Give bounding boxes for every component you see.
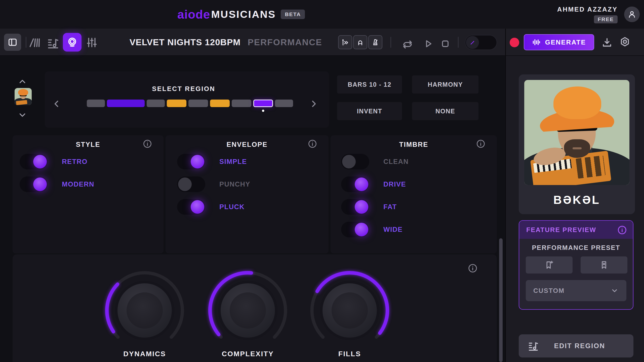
region-segment[interactable] [167,100,186,107]
preset-dropdown[interactable]: CUSTOM [526,280,626,301]
toggle-knob [33,177,47,191]
arrangement-icon [46,36,60,50]
toggle-clean[interactable]: CLEAN [341,154,409,169]
brand-logo: aiode MUSICIANS BETA [177,0,305,29]
info-icon[interactable] [142,139,152,149]
feature-preview-title: FEATURE PREVIEW [526,226,596,234]
strings-view-button[interactable] [28,36,41,49]
toggle-knob [355,200,368,214]
info-icon[interactable] [307,139,317,149]
magnet-icon [356,38,365,47]
settings-icon [619,36,631,48]
region-segment-selected[interactable] [253,100,273,107]
info-icon[interactable] [467,263,478,274]
user-avatar-button[interactable] [624,7,640,22]
fills-knob[interactable] [304,265,395,356]
snap-magnet-button[interactable] [353,35,367,49]
stop-icon [440,38,451,49]
toggle-modern[interactable]: MODERN [20,176,94,192]
region-segment[interactable] [275,100,293,107]
toggle-wide[interactable]: WIDE [341,222,403,237]
toggle-knob [33,155,47,168]
download-icon [601,37,613,48]
view-mode-label: PERFORMANCE [248,37,322,47]
bookmark-remove-icon [599,260,609,270]
arrangement-view-button[interactable] [46,36,60,50]
dynamics-knob[interactable] [99,265,190,356]
complexity-knob[interactable] [203,265,293,356]
metronome-icon [371,38,380,47]
toggle-punchy[interactable]: PUNCHY [177,176,250,192]
toggle-pill[interactable] [341,176,369,192]
harmony-button[interactable]: HARMONY [412,75,478,94]
region-segments [87,100,293,107]
toggle-retro[interactable]: RETRO [20,154,88,169]
toggle-fat[interactable]: FAT [341,199,397,215]
bars-range-button[interactable]: BARS 10 - 12 [337,75,402,94]
region-segment[interactable] [147,100,165,107]
song-title: VELVET NIGHTS 120BPM [130,37,240,47]
region-segment[interactable] [210,100,230,107]
toggle-pill[interactable] [177,199,205,215]
region-scroll-left-button[interactable] [51,99,62,109]
download-button[interactable] [601,37,613,48]
toggle-pluck[interactable]: PLUCK [177,199,245,215]
region-segment[interactable] [107,100,145,107]
layout-panel-toggle-button[interactable] [4,34,21,51]
region-scroll-right-button[interactable] [308,99,319,109]
metronome-button[interactable] [368,35,382,49]
artist-next-button[interactable] [18,110,27,120]
none-button[interactable]: NONE [412,102,478,120]
toggle-knob [178,177,192,191]
invent-button[interactable]: INVENT [337,102,402,120]
info-icon[interactable] [617,225,627,235]
dynamics-knob-label: DYNAMICS [99,350,190,358]
brand-secondary: MUSICIANS [211,9,276,20]
artist-photo [524,80,629,185]
info-icon[interactable] [476,139,486,149]
toggle-pill[interactable] [20,154,48,169]
stop-button[interactable] [440,38,451,49]
playhead-follow-button[interactable] [338,35,352,49]
envelope-title: ENVELOPE [166,141,329,149]
complexity-knob-label: COMPLEXITY [203,350,293,358]
toolbar-divider [26,37,26,48]
artist-thumbnail[interactable] [15,88,32,105]
layout-panel-icon [8,37,18,47]
mixer-view-button[interactable] [86,36,98,49]
toggle-pill[interactable] [341,154,369,169]
fills-knob-label: FILLS [304,350,395,358]
loop-button[interactable] [401,38,414,50]
generate-button[interactable]: GENERATE [524,34,594,50]
edit-region-button[interactable]: EDIT REGION [519,334,633,357]
toolbar-divider [390,37,391,48]
user-area: AHMED AZZAZY FREE [557,0,640,29]
artist-prev-button[interactable] [18,77,27,86]
record-button[interactable] [510,38,519,47]
region-segment[interactable] [188,100,208,107]
draw-toggle-knob [466,36,479,49]
toggle-simple[interactable]: SIMPLE [177,154,247,169]
app-window: aiode MUSICIANS BETA AHMED AZZAZY FREE [0,0,644,362]
toggle-knob [355,177,368,191]
toggle-pill[interactable] [177,176,205,192]
toggle-pill[interactable] [341,222,369,237]
play-button[interactable] [423,38,434,49]
toggle-label: CLEAN [383,158,409,166]
chevron-down-icon [610,286,619,295]
toggle-drive[interactable]: DRIVE [341,176,406,192]
toggle-pill[interactable] [341,199,369,215]
preset-save-button[interactable] [526,256,573,274]
toggle-knob [191,155,204,168]
brand-primary: aiode [177,8,210,21]
draw-mode-toggle[interactable] [465,35,497,50]
region-segment[interactable] [232,100,251,107]
settings-button[interactable] [619,36,631,48]
vertical-scrollbar[interactable] [499,238,503,362]
region-segment[interactable] [87,100,105,107]
toggle-pill[interactable] [20,176,48,192]
drum-view-button-active[interactable] [63,33,82,52]
performance-preset-title: PERFORMANCE PRESET [519,244,633,252]
toggle-pill[interactable] [177,154,205,169]
preset-delete-button[interactable] [581,256,627,274]
